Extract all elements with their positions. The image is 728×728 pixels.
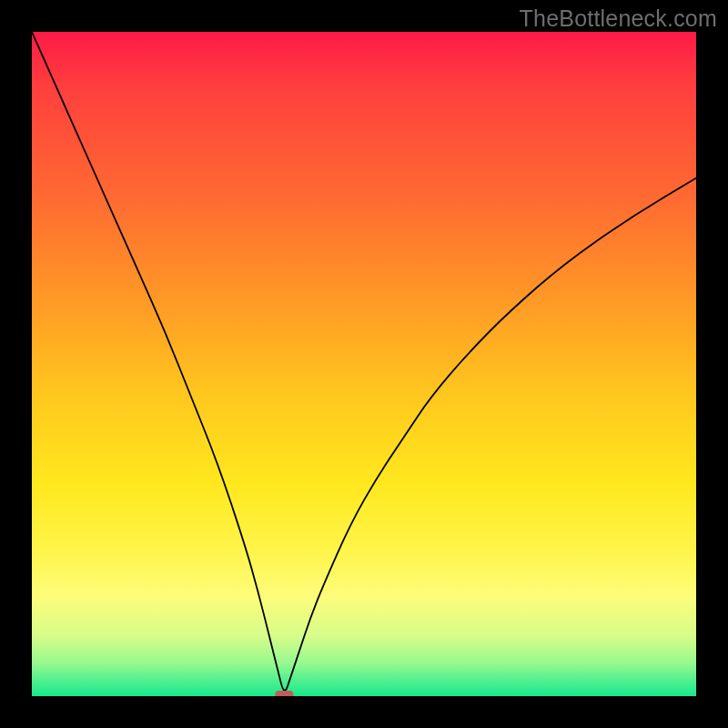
chart-frame: TheBottleneck.com (0, 0, 728, 728)
minimum-marker (275, 691, 293, 696)
watermark-text: TheBottleneck.com (520, 5, 717, 32)
plot-area (32, 32, 696, 696)
curve-layer (32, 32, 696, 696)
bottleneck-curve (32, 32, 696, 691)
